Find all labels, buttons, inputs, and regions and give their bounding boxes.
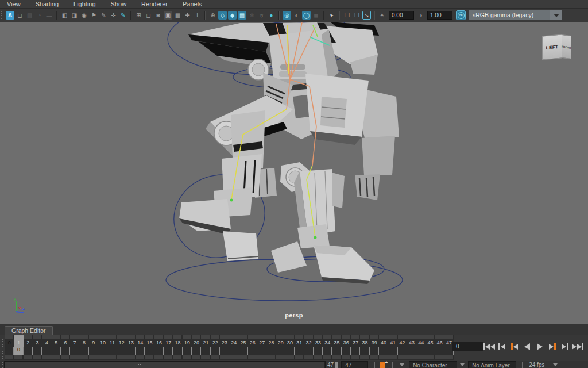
frame-label-31[interactable]: 31 — [295, 339, 304, 347]
frame-label-22[interactable]: 22 — [211, 339, 220, 347]
frame-label-39[interactable]: 39 — [370, 339, 379, 347]
frame-label-27[interactable]: 27 — [257, 339, 266, 347]
view-cube-front-face[interactable]: FRONT — [562, 34, 571, 59]
frame-label-41[interactable]: 41 — [388, 339, 397, 347]
exposure-field[interactable] — [389, 11, 414, 20]
step-forward-key-button[interactable] — [547, 342, 558, 351]
frame-label-9[interactable]: 9 — [89, 339, 98, 347]
frame-label-12[interactable]: 12 — [117, 339, 126, 347]
time-slider[interactable]: 0 01234567891011121314151617181920212223… — [0, 335, 588, 360]
frame-label-42[interactable]: 42 — [397, 339, 407, 347]
frame-label-29[interactable]: 29 — [276, 339, 285, 347]
smooth-shade-all-icon[interactable]: ◆ — [228, 11, 237, 20]
frame-label-26[interactable]: 26 — [248, 339, 257, 347]
resolution-gate-icon[interactable]: ◙ — [154, 11, 163, 20]
menu-shading[interactable]: Shading — [28, 0, 66, 8]
snapshot-multi-icon[interactable]: ❐ — [353, 11, 361, 20]
anim-layer-field[interactable]: No Anim Layer — [468, 361, 516, 368]
time-slider-track[interactable]: 0 01234567891011121314151617181920212223… — [5, 335, 454, 360]
range-end-handle[interactable] — [335, 362, 338, 368]
select-tool-icon[interactable]: ➤ — [326, 9, 338, 21]
gate-mask-icon[interactable]: ▣ — [164, 11, 172, 20]
menu-show[interactable]: Show — [103, 0, 134, 8]
motion-blur-icon[interactable]: ● — [267, 11, 276, 20]
play-forwards-button[interactable] — [534, 342, 546, 351]
menu-panels[interactable]: Panels — [175, 0, 210, 8]
pick-region-icon[interactable]: ↘ — [362, 11, 371, 20]
frame-label-46[interactable]: 46 — [435, 339, 444, 347]
camera-orbit-icon[interactable]: ◉ — [80, 11, 88, 20]
frame-label-45[interactable]: 45 — [425, 339, 435, 347]
safe-action-icon[interactable]: ✚ — [183, 11, 192, 20]
lighting-icon[interactable]: ⊕ — [208, 11, 217, 20]
lock-camera-icon[interactable]: ◻ — [16, 11, 24, 20]
view-transform-dropdown[interactable]: sRGB gamma (legacy) — [469, 10, 550, 20]
wireframe-icon[interactable]: ◇ — [218, 11, 227, 20]
shadows-icon[interactable]: ☼ — [257, 11, 266, 20]
time-slider-grip[interactable] — [0, 335, 4, 359]
go-to-end-button[interactable] — [572, 342, 583, 351]
frame-label-8[interactable]: 8 — [79, 339, 88, 347]
frame-label-20[interactable]: 20 — [192, 339, 201, 347]
menu-lighting[interactable]: Lighting — [66, 0, 103, 8]
frame-label-30[interactable]: 30 — [285, 339, 295, 347]
frame-label-18[interactable]: 18 — [173, 339, 182, 347]
frame-label-25[interactable]: 25 — [238, 339, 247, 347]
image-plane-icon[interactable]: ▬ — [45, 11, 53, 20]
animation-end-field[interactable]: 47 — [341, 361, 368, 368]
gamma-field[interactable] — [427, 11, 452, 20]
graph-editor-tab[interactable]: Graph Editor — [5, 326, 53, 335]
range-row-grip[interactable] — [0, 362, 4, 368]
annotate-pencil-icon[interactable]: ✎ — [119, 11, 127, 20]
step-back-key-button[interactable] — [509, 342, 520, 351]
camera-attributes-icon[interactable]: ▤ — [25, 11, 34, 20]
toolbar-grip[interactable] — [1, 11, 4, 20]
frame-label-36[interactable]: 36 — [342, 339, 351, 347]
frame-label-5[interactable]: 5 — [51, 339, 60, 347]
anim-layer-menu-arrow[interactable] — [460, 363, 465, 366]
frame-label-1[interactable]: 1 — [14, 339, 23, 347]
textured-icon[interactable]: ▩ — [238, 11, 246, 20]
view-cube[interactable]: LEFT FRONT — [542, 33, 572, 61]
frame-label-11[interactable]: 11 — [107, 339, 117, 347]
screen-space-ao-icon[interactable]: ◎ — [283, 11, 291, 20]
frame-label-38[interactable]: 38 — [360, 339, 369, 347]
range-slider[interactable] — [4, 361, 326, 368]
grid-icon[interactable]: ⊞ — [134, 11, 143, 20]
frame-label-24[interactable]: 24 — [229, 339, 238, 347]
menu-renderer[interactable]: Renderer — [134, 0, 175, 8]
bookmark-icon[interactable]: ⚑ — [90, 11, 98, 20]
frame-label-13[interactable]: 13 — [126, 339, 136, 347]
menu-view[interactable]: View — [0, 0, 28, 8]
frame-label-4[interactable]: 4 — [42, 339, 51, 347]
character-set-menu-arrow[interactable] — [400, 363, 404, 366]
step-forward-frame-button[interactable] — [559, 342, 571, 351]
frame-label-15[interactable]: 15 — [145, 339, 154, 347]
frame-label-0[interactable]: 0 — [5, 339, 14, 347]
two-d-pan-zoom-icon[interactable]: ✛ — [109, 11, 118, 20]
safe-title-icon[interactable]: T — [193, 11, 202, 20]
character-set-field[interactable]: No Character Set — [409, 361, 457, 368]
frame-label-43[interactable]: 43 — [407, 339, 416, 347]
frame-label-32[interactable]: 32 — [304, 339, 314, 347]
frame-label-44[interactable]: 44 — [416, 339, 425, 347]
frame-label-16[interactable]: 16 — [154, 339, 164, 347]
perspective-viewport[interactable]: LEFT FRONT y x z persp — [0, 22, 588, 324]
x-ray-icon[interactable]: ◐ — [292, 11, 301, 20]
color-management-toggle[interactable]: ON — [456, 10, 466, 20]
fps-menu-arrow[interactable] — [553, 363, 558, 366]
grease-pencil-icon[interactable]: ◔ — [35, 11, 44, 20]
frame-label-40[interactable]: 40 — [379, 339, 388, 347]
depth-of-field-icon[interactable]: ◼ — [312, 11, 320, 20]
grease-pencil-frames-icon[interactable]: ✎ — [99, 11, 108, 20]
frame-label-2[interactable]: 2 — [24, 339, 33, 347]
view-transform-dropdown-arrow[interactable] — [550, 10, 562, 20]
view-cube-left-face[interactable]: LEFT — [542, 34, 562, 60]
frame-label-6[interactable]: 6 — [61, 339, 70, 347]
snapshot-icon[interactable]: ❐ — [343, 11, 351, 20]
frame-label-19[interactable]: 19 — [183, 339, 192, 347]
frame-label-33[interactable]: 33 — [314, 339, 323, 347]
frame-label-17[interactable]: 17 — [164, 339, 173, 347]
field-chart-icon[interactable]: ▦ — [173, 11, 182, 20]
camera-pan-icon[interactable]: ◨ — [70, 11, 79, 20]
